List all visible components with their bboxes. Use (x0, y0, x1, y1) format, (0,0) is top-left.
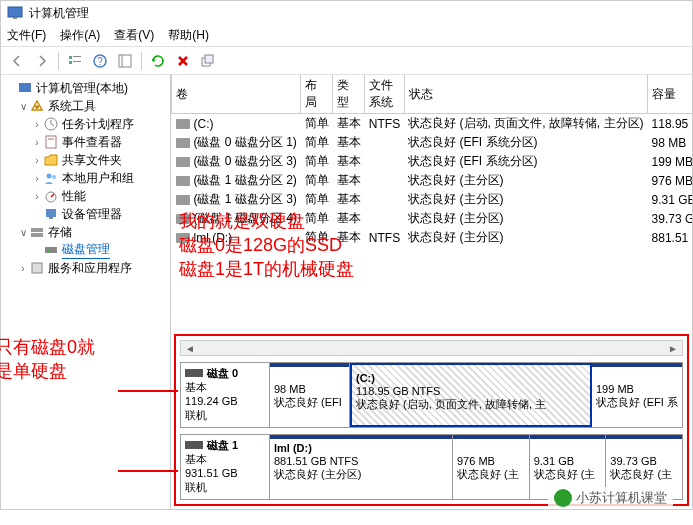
svg-rect-0 (8, 7, 22, 17)
svg-rect-15 (46, 136, 56, 148)
table-row[interactable]: (C:)简单基本NTFS状态良好 (启动, 页面文件, 故障转储, 主分区)11… (172, 114, 693, 134)
tree-services[interactable]: ›服务和应用程序 (3, 259, 168, 277)
title-bar: 计算机管理 (1, 1, 692, 25)
svg-rect-8 (119, 55, 131, 67)
svg-rect-24 (45, 247, 57, 253)
svg-rect-20 (46, 209, 56, 217)
svg-point-25 (47, 249, 49, 251)
menu-view[interactable]: 查看(V) (114, 27, 154, 44)
col-capacity[interactable]: 容量 (648, 75, 692, 114)
main-panel: 卷 布局 类型 文件系统 状态 容量 可 (C:)简单基本NTFS状态良好 (启… (171, 75, 692, 509)
table-row[interactable]: (磁盘 1 磁盘分区 3)简单基本状态良好 (主分区)9.31 GB9.3 (172, 190, 693, 209)
tree-event-viewer[interactable]: ›事件查看器 (3, 133, 168, 151)
disk0-partition-3[interactable]: 199 MB状态良好 (EFI 系 (592, 363, 682, 427)
view-button[interactable] (64, 50, 86, 72)
col-layout[interactable]: 布局 (301, 75, 333, 114)
scroll-indicator[interactable]: ◄► (180, 340, 683, 356)
tree-root[interactable]: 计算机管理(本地) (3, 79, 168, 97)
disk-1-header[interactable]: 磁盘 1 基本 931.51 GB 联机 (180, 434, 270, 500)
menu-file[interactable]: 文件(F) (7, 27, 46, 44)
help-button[interactable]: ? (89, 50, 111, 72)
col-type[interactable]: 类型 (333, 75, 365, 114)
disk0-partition-1[interactable]: 98 MB状态良好 (EFI (270, 363, 350, 427)
window-title: 计算机管理 (29, 5, 89, 22)
tree-system-tools[interactable]: ∨系统工具 (3, 97, 168, 115)
tree-device-manager[interactable]: 设备管理器 (3, 205, 168, 223)
disk1-partition-2[interactable]: 976 MB状态良好 (主 (453, 435, 530, 499)
volume-table: 卷 布局 类型 文件系统 状态 容量 可 (C:)简单基本NTFS状态良好 (启… (171, 75, 692, 247)
menu-action[interactable]: 操作(A) (60, 27, 100, 44)
disk1-partition-d[interactable]: lml (D:)881.51 GB NTFS状态良好 (主分区) (270, 435, 453, 499)
svg-rect-5 (73, 61, 81, 62)
disk-0-header[interactable]: 磁盘 0 基本 119.24 GB 联机 (180, 362, 270, 428)
settings-button[interactable] (114, 50, 136, 72)
svg-rect-3 (73, 56, 81, 57)
menu-help[interactable]: 帮助(H) (168, 27, 209, 44)
table-row[interactable]: lml (D:)简单基本NTFS状态良好 (主分区)881.51 GB35 (172, 228, 693, 247)
delete-button[interactable] (172, 50, 194, 72)
app-icon (7, 5, 23, 21)
disk0-partition-c[interactable]: (C:)118.95 GB NTFS状态良好 (启动, 页面文件, 故障转储, … (350, 363, 592, 427)
svg-rect-11 (205, 55, 213, 63)
svg-rect-23 (31, 233, 43, 237)
watermark: 小苏计算机课堂 (548, 487, 673, 509)
svg-point-13 (35, 105, 39, 109)
toolbar: ? (1, 47, 692, 75)
table-row[interactable]: (磁盘 0 磁盘分区 1)简单基本状态良好 (EFI 系统分区)98 MB98 (172, 133, 693, 152)
forward-button[interactable] (31, 50, 53, 72)
tree-local-users[interactable]: ›本地用户和组 (3, 169, 168, 187)
tree-disk-management[interactable]: 磁盘管理 (3, 241, 168, 259)
svg-rect-2 (69, 56, 72, 59)
table-row[interactable]: (磁盘 0 磁盘分区 3)简单基本状态良好 (EFI 系统分区)199 MB19 (172, 152, 693, 171)
refresh-button[interactable] (147, 50, 169, 72)
col-volume[interactable]: 卷 (172, 75, 301, 114)
disk-graphical-area: ◄► 磁盘 0 基本 119.24 GB 联机 98 MB状态良好 (EFI (… (174, 334, 689, 506)
table-row[interactable]: (磁盘 1 磁盘分区 2)简单基本状态良好 (主分区)976 MB97 (172, 171, 693, 190)
svg-point-17 (47, 174, 52, 179)
svg-rect-22 (31, 228, 43, 232)
tree-performance[interactable]: ›性能 (3, 187, 168, 205)
svg-rect-12 (19, 83, 31, 92)
tree-storage[interactable]: ∨存储 (3, 223, 168, 241)
back-button[interactable] (6, 50, 28, 72)
svg-text:?: ? (97, 56, 103, 67)
table-row[interactable]: (磁盘 1 磁盘分区 4)简单基本状态良好 (主分区)39.73 GB39 (172, 209, 693, 228)
menu-bar: 文件(F) 操作(A) 查看(V) 帮助(H) (1, 25, 692, 47)
disk-0-row: 磁盘 0 基本 119.24 GB 联机 98 MB状态良好 (EFI (C:)… (180, 362, 683, 428)
col-fs[interactable]: 文件系统 (365, 75, 404, 114)
svg-rect-21 (49, 217, 53, 219)
svg-rect-4 (69, 61, 72, 64)
properties-button[interactable] (197, 50, 219, 72)
svg-rect-26 (32, 263, 42, 273)
tree-shared-folders[interactable]: ›共享文件夹 (3, 151, 168, 169)
col-status[interactable]: 状态 (404, 75, 647, 114)
tree-task-scheduler[interactable]: ›任务计划程序 (3, 115, 168, 133)
svg-point-18 (52, 175, 56, 179)
tree-sidebar: 计算机管理(本地) ∨系统工具 ›任务计划程序 ›事件查看器 ›共享文件夹 ›本… (1, 75, 171, 509)
svg-rect-1 (13, 17, 17, 19)
